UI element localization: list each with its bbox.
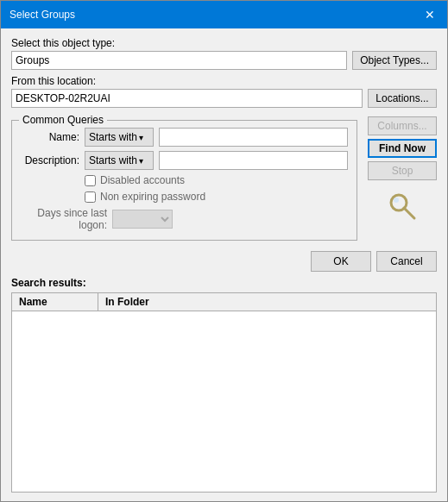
- group-box-wrap: Common Queries Name: Starts with ▾: [11, 116, 357, 241]
- search-icon-area: [368, 191, 437, 222]
- locations-button[interactable]: Locations...: [368, 89, 437, 108]
- close-button[interactable]: ✕: [421, 6, 439, 23]
- results-body: [12, 311, 436, 398]
- select-groups-dialog: Select Groups ✕ Select this object type:…: [0, 0, 448, 502]
- search-results-label: Search results:: [11, 277, 437, 289]
- dialog-title: Select Groups: [9, 9, 75, 21]
- object-type-row: Object Types...: [11, 51, 437, 70]
- disabled-accounts-label: Disabled accounts: [100, 174, 185, 186]
- name-label: Name:: [21, 131, 79, 143]
- description-dropdown-arrow: ▾: [139, 156, 143, 166]
- description-label: Description:: [21, 154, 79, 166]
- object-type-input[interactable]: [11, 51, 347, 70]
- days-label: Days since last logon:: [21, 207, 107, 231]
- description-input[interactable]: [159, 151, 348, 170]
- magnifier-icon: [387, 191, 418, 222]
- title-bar: Select Groups ✕: [1, 1, 447, 28]
- location-section: From this location: Locations...: [11, 75, 437, 108]
- description-row: Description: Starts with ▾: [21, 151, 348, 170]
- days-row: Days since last logon:: [21, 207, 348, 231]
- inner-form: Name: Starts with ▾ Description: Starts: [21, 128, 348, 231]
- results-table[interactable]: Name In Folder: [11, 292, 437, 493]
- ok-cancel-row: OK Cancel: [11, 251, 437, 272]
- common-queries-legend: Common Queries: [19, 114, 107, 126]
- svg-line-1: [404, 208, 414, 218]
- ok-button[interactable]: OK: [311, 251, 371, 272]
- results-header: Name In Folder: [12, 293, 436, 311]
- object-type-section: Select this object type: Object Types...: [11, 37, 437, 70]
- name-starts-with-select[interactable]: Starts with ▾: [85, 128, 154, 147]
- name-input[interactable]: [159, 128, 348, 147]
- days-select[interactable]: [112, 210, 173, 229]
- name-row: Name: Starts with ▾: [21, 128, 348, 147]
- location-row: Locations...: [11, 89, 437, 108]
- location-input[interactable]: [11, 89, 363, 108]
- find-now-button[interactable]: Find Now: [368, 139, 437, 158]
- disabled-accounts-checkbox[interactable]: [85, 175, 96, 186]
- non-expiring-row: Non expiring password: [85, 191, 348, 203]
- queries-area: Common Queries Name: Starts with ▾: [11, 116, 437, 241]
- description-starts-with-select[interactable]: Starts with ▾: [85, 151, 154, 170]
- disabled-accounts-row: Disabled accounts: [85, 174, 348, 186]
- right-buttons-area: Columns... Find Now Stop: [368, 116, 437, 222]
- columns-button[interactable]: Columns...: [368, 116, 437, 135]
- bottom-section: OK Cancel Search results: Name In Folder: [11, 251, 437, 493]
- location-label: From this location:: [11, 75, 437, 87]
- name-dropdown-arrow: ▾: [139, 133, 143, 142]
- results-col-folder[interactable]: In Folder: [98, 293, 185, 311]
- stop-button[interactable]: Stop: [368, 161, 437, 180]
- non-expiring-checkbox[interactable]: [85, 191, 96, 203]
- svg-point-2: [394, 198, 399, 203]
- results-col-name[interactable]: Name: [12, 293, 98, 311]
- description-starts-with-label: Starts with: [89, 154, 137, 166]
- dialog-body: Select this object type: Object Types...…: [1, 28, 447, 501]
- name-starts-with-label: Starts with: [89, 131, 137, 143]
- common-queries-box: Common Queries Name: Starts with ▾: [11, 120, 357, 241]
- object-types-button[interactable]: Object Types...: [352, 51, 437, 70]
- object-type-label: Select this object type:: [11, 37, 437, 49]
- non-expiring-label: Non expiring password: [100, 191, 205, 203]
- cancel-button[interactable]: Cancel: [376, 251, 437, 272]
